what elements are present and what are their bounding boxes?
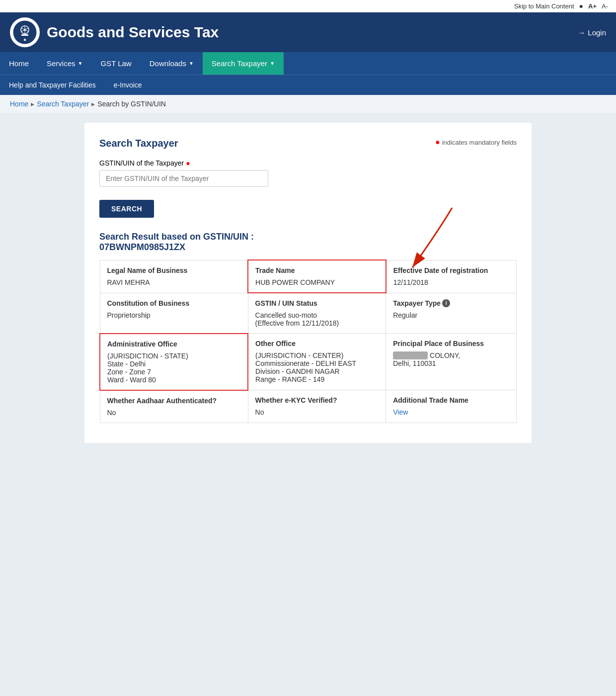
nav-search-taxpayer[interactable]: Search Taxpayer ▼ <box>203 52 284 75</box>
principal-place-value: COLONY, Delhi, 110031 <box>393 351 509 367</box>
results-table: Legal Name of Business RAVI MEHRA Trade … <box>99 260 517 423</box>
mandatory-note: ● indicates mandatory fields <box>435 138 517 147</box>
principal-place-cell: Principal Place of Business COLONY, Delh… <box>386 334 517 390</box>
nav-home[interactable]: Home <box>0 52 38 75</box>
other-office-cell: Other Office (JURISDICTION - CENTER) Com… <box>248 334 386 390</box>
login-button[interactable]: → Login <box>578 28 606 37</box>
nav-downloads[interactable]: Downloads ▼ <box>141 52 203 75</box>
nav-gst-law[interactable]: GST Law <box>91 52 140 75</box>
aadhaar-value: No <box>107 409 241 417</box>
font-decrease[interactable]: A- <box>602 2 608 10</box>
header-left: 🏛 Goods and Services Tax <box>10 17 219 47</box>
trade-name-cell: Trade Name HUB POWER COMPANY <box>248 260 386 293</box>
taxpayer-type-value: Regular <box>393 311 509 319</box>
principal-place-colony: COLONY, <box>430 351 460 359</box>
breadcrumb-search-taxpayer[interactable]: Search Taxpayer <box>37 100 89 108</box>
admin-office-line4: Ward - Ward 80 <box>107 376 240 384</box>
taxpayer-type-cell: Taxpayer Type i Regular <box>386 293 517 334</box>
login-icon: → <box>578 28 585 37</box>
results-title: Search Result based on GSTIN/UIN : 07BWN… <box>99 232 517 253</box>
breadcrumb-home[interactable]: Home <box>10 100 28 108</box>
ekyc-value: No <box>255 408 379 416</box>
principal-place-city: Delhi, 110031 <box>393 359 436 367</box>
gstin-status-cell: GSTIN / UIN Status Cancelled suo-moto (E… <box>248 293 386 334</box>
additional-trade-header: Additional Trade Name <box>393 396 509 404</box>
nav-help[interactable]: Help and Taxpayer Facilities <box>0 75 105 95</box>
other-office-header: Other Office <box>255 340 379 348</box>
taxpayer-type-header: Taxpayer Type <box>393 299 441 307</box>
trade-name-header: Trade Name <box>255 266 379 274</box>
gstin-label: GSTIN/UIN of the Taxpayer ● <box>99 159 517 167</box>
admin-office-line3: Zone - Zone 7 <box>107 368 240 376</box>
view-additional-trade-link[interactable]: View <box>393 408 408 416</box>
secondary-nav: Help and Taxpayer Facilities e-Invoice <box>0 75 616 95</box>
aadhaar-cell: Whether Aadhaar Authenticated? No <box>100 390 248 423</box>
search-header: Search Taxpayer ● indicates mandatory fi… <box>99 138 517 149</box>
ekyc-header: Whether e-KYC Verified? <box>255 396 379 404</box>
svg-text:🏛: 🏛 <box>24 38 26 41</box>
site-logo: 🏛 <box>10 17 40 47</box>
table-row-4: Whether Aadhaar Authenticated? No Whethe… <box>100 390 517 423</box>
principal-place-header: Principal Place of Business <box>393 340 509 348</box>
site-title: Goods and Services Tax <box>47 24 219 41</box>
gstin-input[interactable] <box>99 170 268 187</box>
required-indicator: ● <box>186 159 190 167</box>
other-office-line2: Commissionerate - DELHI EAST <box>255 359 379 367</box>
skip-link[interactable]: Skip to Main Content <box>514 2 574 10</box>
gstin-status-value2: (Effective from 12/11/2018) <box>255 319 379 327</box>
legal-name-value: RAVI MEHRA <box>107 278 241 286</box>
trade-name-value: HUB POWER COMPANY <box>255 278 379 286</box>
table-row-3: Administrative Office (JURISDICTION - ST… <box>100 334 517 390</box>
breadcrumb: Home ▸ Search Taxpayer ▸ Search by GSTIN… <box>0 95 616 113</box>
legal-name-cell: Legal Name of Business RAVI MEHRA <box>100 260 248 293</box>
blurred-address <box>393 351 428 359</box>
downloads-caret: ▼ <box>189 61 194 66</box>
gstin-status-header: GSTIN / UIN Status <box>255 299 379 307</box>
table-row-2: Constitution of Business Proprietorship … <box>100 293 517 334</box>
legal-name-header: Legal Name of Business <box>107 266 241 274</box>
admin-office-line1: (JURISDICTION - STATE) <box>107 352 240 360</box>
effective-date-value: 12/11/2018 <box>393 278 509 286</box>
admin-office-line2: State - Delhi <box>107 360 240 368</box>
gstin-form-group: GSTIN/UIN of the Taxpayer ● <box>99 159 517 187</box>
additional-trade-cell: Additional Trade Name View <box>386 390 517 423</box>
constitution-cell: Constitution of Business Proprietorship <box>100 293 248 334</box>
admin-office-cell: Administrative Office (JURISDICTION - ST… <box>100 334 248 390</box>
constitution-header: Constitution of Business <box>107 299 241 307</box>
other-office-line1: (JURISDICTION - CENTER) <box>255 351 379 359</box>
taxpayer-type-info-icon[interactable]: i <box>442 299 450 307</box>
utility-bar: Skip to Main Content ● A+ A- <box>0 0 616 12</box>
aadhaar-header: Whether Aadhaar Authenticated? <box>107 397 241 405</box>
search-title: Search Taxpayer <box>99 138 178 149</box>
constitution-value: Proprietorship <box>107 311 241 319</box>
table-row-1: Legal Name of Business RAVI MEHRA Trade … <box>100 260 517 293</box>
nav-services[interactable]: Services ▼ <box>38 52 91 75</box>
site-header: 🏛 Goods and Services Tax → Login <box>0 12 616 52</box>
search-button[interactable]: SEARCH <box>99 200 154 218</box>
breadcrumb-current: Search by GSTIN/UIN <box>97 100 166 108</box>
other-office-line4: Range - RANGE - 149 <box>255 375 379 383</box>
contrast-toggle[interactable]: ● <box>579 2 583 10</box>
font-increase[interactable]: A+ <box>588 2 597 10</box>
effective-date-cell: Effective Date of registration 12/11/201… <box>386 260 517 293</box>
gstin-status-value1: Cancelled suo-moto <box>255 311 379 319</box>
main-content: Search Taxpayer ● indicates mandatory fi… <box>84 123 532 443</box>
svg-rect-6 <box>21 34 28 36</box>
other-office-line3: Division - GANDHI NAGAR <box>255 367 379 375</box>
breadcrumb-sep-2: ▸ <box>91 100 95 108</box>
search-taxpayer-caret: ▼ <box>270 61 275 66</box>
ekyc-cell: Whether e-KYC Verified? No <box>248 390 386 423</box>
nav-e-invoice[interactable]: e-Invoice <box>105 75 151 95</box>
breadcrumb-sep-1: ▸ <box>31 100 34 108</box>
effective-date-header: Effective Date of registration <box>393 266 509 274</box>
mandatory-dot: ● <box>435 138 440 147</box>
primary-nav: Home Services ▼ GST Law Downloads ▼ Sear… <box>0 52 616 75</box>
admin-office-header: Administrative Office <box>107 340 240 348</box>
services-caret: ▼ <box>78 61 83 66</box>
